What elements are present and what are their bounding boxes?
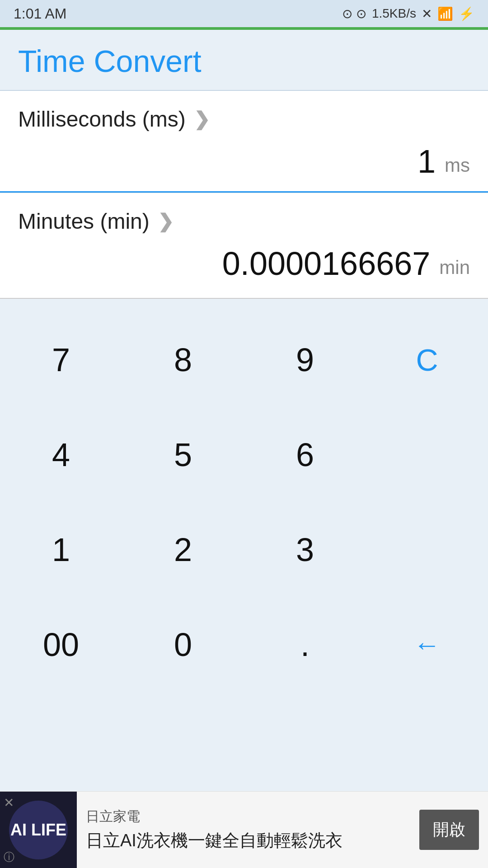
key-0[interactable]: 0	[122, 597, 244, 692]
key-backspace[interactable]: ←	[366, 597, 488, 692]
ad-image-inner: AI LIFE	[9, 801, 68, 859]
key-1[interactable]: 1	[0, 502, 122, 597]
key-5[interactable]: 5	[122, 407, 244, 502]
to-unit-chevron: ❯	[158, 210, 174, 232]
from-value: 1	[418, 143, 436, 180]
keypad: 7 8 9 C 4 5 6 1 2 3 00 0 . ←	[0, 299, 488, 701]
from-unit-label: Milliseconds (ms)	[18, 107, 186, 132]
key-2[interactable]: 2	[122, 502, 244, 597]
to-unit-row[interactable]: Minutes (min) ❯	[0, 193, 488, 234]
wifi-icon: 📶	[437, 6, 453, 21]
ad-text: 日立AI洗衣機一鍵全自動輕鬆洗衣	[86, 830, 410, 852]
ad-info-icon[interactable]: ⓘ	[4, 850, 14, 864]
key-clear[interactable]: C	[366, 312, 488, 407]
key-8[interactable]: 8	[122, 312, 244, 407]
keypad-row-1: 7 8 9 C	[0, 312, 488, 407]
to-suffix: min	[439, 257, 470, 282]
ad-open-button[interactable]: 開啟	[419, 810, 479, 850]
ad-close-icon[interactable]: ✕	[4, 795, 14, 810]
app-header: Time Convert	[0, 30, 488, 91]
app-title: Time Convert	[18, 43, 470, 79]
key-4[interactable]: 4	[0, 407, 122, 502]
keypad-row-3: 1 2 3	[0, 502, 488, 597]
status-right: ⊙ ⊙ 1.5KB/s ✕ 📶 ⚡	[342, 6, 474, 21]
from-input-row[interactable]: 1 ms	[0, 132, 488, 193]
battery-icon: ⚡	[459, 6, 474, 21]
key-empty-1	[366, 407, 488, 502]
content-area: Milliseconds (ms) ❯ 1 ms Minutes (min) ❯…	[0, 91, 488, 299]
ad-brand: 日立家電	[86, 807, 410, 826]
key-dot[interactable]: .	[244, 597, 366, 692]
from-unit-chevron: ❯	[194, 108, 210, 130]
signal-icon: ✕	[422, 6, 432, 21]
status-bar: 1:01 AM ⊙ ⊙ 1.5KB/s ✕ 📶 ⚡	[0, 0, 488, 27]
key-7[interactable]: 7	[0, 312, 122, 407]
to-value: 0.0000166667	[222, 245, 430, 282]
from-suffix: ms	[445, 155, 470, 180]
key-3[interactable]: 3	[244, 502, 366, 597]
key-6[interactable]: 6	[244, 407, 366, 502]
ad-content: 日立家電 日立AI洗衣機一鍵全自動輕鬆洗衣	[77, 801, 419, 859]
keypad-row-4: 00 0 . ←	[0, 597, 488, 692]
ad-logo: AI LIFE	[10, 820, 66, 840]
key-empty-2	[366, 502, 488, 597]
to-input-row: 0.0000166667 min	[0, 234, 488, 299]
ad-banner: ✕ ⓘ AI LIFE 日立家電 日立AI洗衣機一鍵全自動輕鬆洗衣 開啟	[0, 791, 488, 868]
keypad-row-2: 4 5 6	[0, 407, 488, 502]
status-circles: ⊙ ⊙	[342, 6, 366, 21]
to-unit-label: Minutes (min)	[18, 209, 150, 234]
network-speed: 1.5KB/s	[372, 6, 416, 21]
status-time: 1:01 AM	[14, 5, 66, 22]
key-9[interactable]: 9	[244, 312, 366, 407]
key-00[interactable]: 00	[0, 597, 122, 692]
from-unit-row[interactable]: Milliseconds (ms) ❯	[0, 91, 488, 132]
